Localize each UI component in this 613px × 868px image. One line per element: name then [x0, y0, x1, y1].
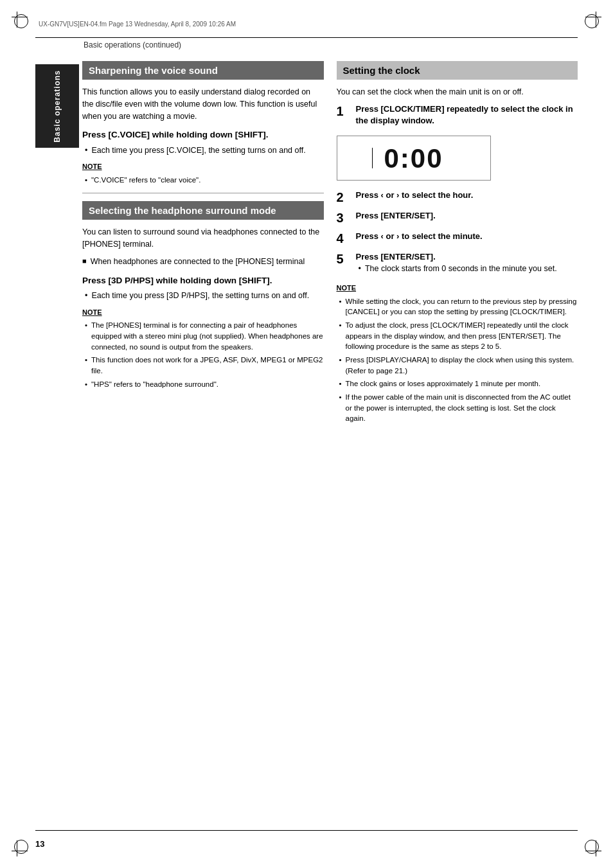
- sharpening-note-label: NOTE: [82, 161, 324, 172]
- section-sharpening-body: This function allows you to easily under…: [82, 86, 324, 185]
- file-info: UX-GN7V[US]EN-04.fm Page 13 Wednesday, A…: [39, 21, 236, 28]
- circle-mark-tr: [585, 14, 599, 28]
- step-2-text: Press ‹ or › to select the hour.: [356, 190, 474, 201]
- clock-note3: Press [DISPLAY/CHARA] to display the clo…: [337, 355, 578, 376]
- circle-mark-tl: [14, 14, 28, 28]
- step-5: 5 Press [ENTER/SET]. The clock starts fr…: [337, 251, 578, 278]
- corner-mark-bl: [12, 837, 31, 856]
- sharpening-bullet1: Each time you press [C.VOICE], the setti…: [82, 145, 324, 157]
- step-1: 1 Press [CLOCK/TIMER] repeatedly to sele…: [337, 103, 578, 127]
- sharpening-intro: This function allows you to easily under…: [82, 86, 324, 122]
- clock-note1: While setting the clock, you can return …: [337, 296, 578, 317]
- step-2-num: 2: [337, 190, 351, 205]
- section-divider: [82, 193, 324, 193]
- clock-note4: The clock gains or loses approximately 1…: [337, 378, 578, 389]
- sharpening-note1: "C.VOICE" refers to "clear voice".: [82, 175, 324, 186]
- breadcrumb: Basic operations (continued): [84, 40, 181, 49]
- step-1-text: Press [CLOCK/TIMER] repeatedly to select…: [356, 103, 578, 127]
- sharpening-press-instruction: Press [C.VOICE] while holding down [SHIF…: [82, 128, 324, 141]
- section-clock-body: You can set the clock when the main unit…: [337, 86, 578, 424]
- headphone-press-instruction: Press [3D P/HPS] while holding down [SHI…: [82, 274, 324, 287]
- section-headphone-body: You can listen to surround sound via hea…: [82, 226, 324, 389]
- page: UX-GN7V[US]EN-04.fm Page 13 Wednesday, A…: [0, 0, 613, 868]
- step-5-num: 5: [337, 251, 351, 267]
- section-headphone: Selecting the headphone surround mode Yo…: [82, 201, 324, 389]
- sidebar-label-text: Basic operations: [53, 70, 62, 143]
- section-sharpening-header: Sharpening the voice sound: [82, 61, 324, 80]
- step-3-num: 3: [337, 210, 351, 226]
- sidebar-label-container: Basic operations: [35, 64, 79, 829]
- clock-note-label: NOTE: [337, 283, 578, 294]
- corner-mark-tr: [582, 12, 601, 31]
- clock-display-text: 0:00: [384, 138, 443, 179]
- circle-mark-bl: [14, 840, 28, 854]
- step-4-num: 4: [337, 231, 351, 246]
- step-4: 4 Press ‹ or › to select the minute.: [337, 231, 578, 246]
- section-clock: Setting the clock You can set the clock …: [337, 61, 578, 424]
- headphone-note2: This function does not work for a JPEG, …: [82, 355, 324, 376]
- step-1-num: 1: [337, 103, 351, 119]
- top-rule: [35, 37, 578, 38]
- headphone-note1: The [PHONES] terminal is for connecting …: [82, 320, 324, 352]
- headphone-note-label: NOTE: [82, 307, 324, 318]
- corner-mark-br: [582, 837, 601, 856]
- section-sharpening: Sharpening the voice sound This function…: [82, 61, 324, 185]
- circle-mark-br: [585, 840, 599, 854]
- right-column: Setting the clock You can set the clock …: [337, 61, 578, 427]
- section-clock-header: Setting the clock: [337, 61, 578, 80]
- corner-mark-tl: [12, 12, 31, 31]
- step-3: 3 Press [ENTER/SET].: [337, 210, 578, 226]
- step-4-text: Press ‹ or › to select the minute.: [356, 231, 483, 242]
- left-column: Sharpening the voice sound This function…: [82, 61, 324, 427]
- step-3-text: Press [ENTER/SET].: [356, 210, 436, 222]
- step-2: 2 Press ‹ or › to select the hour.: [337, 190, 578, 205]
- section-headphone-header: Selecting the headphone surround mode: [82, 201, 324, 220]
- step-5-bullet: The clock starts from 0 seconds in the m…: [356, 263, 557, 275]
- headphone-square-bullet: When headphones are connected to the [PH…: [82, 256, 324, 268]
- page-number: 13: [35, 839, 44, 849]
- headphone-bullet1: Each time you press [3D P/HPS], the sett…: [82, 290, 324, 302]
- bottom-rule: [35, 830, 578, 831]
- clock-note5: If the power cable of the main unit is d…: [337, 392, 578, 424]
- main-content: Sharpening the voice sound This function…: [82, 61, 578, 829]
- clock-display-box: 0:00: [337, 136, 491, 181]
- clock-cursor: [372, 148, 373, 168]
- headphone-note3: "HPS" refers to "headphone surround".: [82, 379, 324, 390]
- sidebar-label: Basic operations: [35, 64, 79, 148]
- step-5-text: Press [ENTER/SET].: [356, 251, 557, 263]
- clock-intro: You can set the clock when the main unit…: [337, 86, 578, 98]
- headphone-intro: You can listen to surround sound via hea…: [82, 226, 324, 251]
- clock-note2: To adjust the clock, press [CLOCK/TIMER]…: [337, 320, 578, 352]
